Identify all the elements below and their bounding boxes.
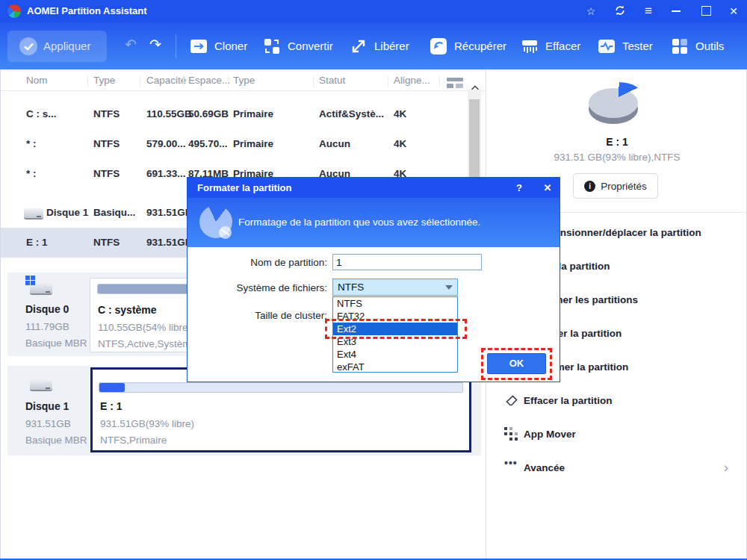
- cluster-size-label: Taille de cluster:: [215, 308, 327, 324]
- cell-type: NTFS: [93, 99, 120, 129]
- wipe-icon[interactable]: [521, 37, 539, 55]
- column-statut[interactable]: Statut: [319, 71, 345, 90]
- view-mode-icon[interactable]: [447, 76, 463, 96]
- column-type[interactable]: Type: [93, 71, 115, 90]
- convert-icon[interactable]: [263, 37, 281, 55]
- star-icon[interactable]: ☆: [585, 5, 597, 17]
- option-exfat[interactable]: exFAT: [333, 361, 457, 373]
- column-capacite[interactable]: Capacité: [146, 71, 186, 90]
- cell-capacite: 110.55GB: [146, 99, 192, 129]
- sidebar-partition-name: E : 1: [486, 136, 747, 148]
- column-espace[interactable]: Espace...: [188, 71, 230, 90]
- option-ext4[interactable]: Ext4: [333, 348, 457, 361]
- app-mover-icon: [504, 427, 518, 441]
- dialog-title: Formater la partition: [197, 178, 291, 198]
- partition-label: C : système: [98, 302, 157, 317]
- apply-label: Appliquer: [43, 31, 90, 62]
- disk-style: Basique MBR: [25, 336, 87, 351]
- cell-type: Basiqu...: [93, 198, 135, 228]
- cell-espace: 50.69GB: [188, 99, 229, 129]
- cell-aligne: 4K: [394, 129, 406, 159]
- sidebar-item-wipe[interactable]: Effacer la partition: [486, 384, 747, 417]
- annotation-ext2-highlight: [325, 319, 467, 339]
- dialog-close-icon[interactable]: ✕: [542, 178, 554, 198]
- info-icon: i: [584, 181, 595, 192]
- help-icon[interactable]: ?: [513, 178, 525, 198]
- cell-espace: 495.70...: [188, 129, 228, 159]
- free-up-button[interactable]: Libérer: [374, 37, 409, 55]
- cell-capacite: 579.00...: [146, 129, 186, 159]
- partition-capacity: 931.51GB(93% libre): [100, 417, 194, 432]
- properties-button[interactable]: i Propriétés: [573, 173, 658, 199]
- sync-icon[interactable]: [614, 4, 626, 16]
- ellipsis-icon: •••: [504, 456, 518, 470]
- capacity-bar: [99, 382, 463, 393]
- column-nom[interactable]: Nom: [26, 71, 48, 90]
- partition-attrs: NTFS,Primaire: [100, 433, 167, 448]
- redo-icon[interactable]: ↷: [146, 35, 165, 55]
- toolbar: Appliquer ↶ ↷ Cloner Convertir Libérer R…: [0, 22, 747, 69]
- file-system-value: NTFS: [338, 279, 364, 295]
- cell-type2: Primaire: [233, 129, 273, 159]
- dialog-hero: Formatage de la partition que vous avez …: [187, 198, 560, 247]
- undo-icon[interactable]: ↶: [121, 35, 140, 55]
- convert-button[interactable]: Convertir: [288, 37, 333, 55]
- recover-button[interactable]: Récupérer: [454, 37, 506, 55]
- cell-nom: C : s...: [26, 99, 57, 129]
- cell-statut: Aucun: [319, 129, 350, 159]
- wipe-button[interactable]: Effacer: [545, 37, 580, 55]
- file-system-select[interactable]: NTFS: [332, 279, 458, 296]
- partition-name-input[interactable]: [332, 254, 482, 270]
- window-border-left: [0, 69, 1, 560]
- column-type2[interactable]: Type: [233, 71, 255, 90]
- clone-icon[interactable]: [190, 37, 208, 55]
- windows-badge-icon: [25, 276, 35, 285]
- file-system-label: Système de fichiers:: [215, 280, 327, 296]
- option-ntfs[interactable]: NTFS: [333, 297, 457, 310]
- partition-label: E : 1: [100, 399, 123, 414]
- app-window: AOMEI Partition Assistant ☆ ≡ ✕ Applique…: [0, 0, 747, 560]
- table-row[interactable]: * : NTFS 579.00... 495.70... Primaire Au…: [0, 129, 468, 159]
- maximize-icon[interactable]: [701, 6, 711, 16]
- column-aligne[interactable]: Aligne...: [394, 71, 430, 90]
- disk-name: Disque 0: [25, 302, 69, 317]
- partition-name-label: Nom de partition:: [215, 255, 327, 271]
- app-title: AOMEI Partition Assistant: [27, 0, 147, 22]
- cell-type: NTFS: [93, 129, 120, 159]
- eraser-icon: [504, 393, 518, 408]
- sidebar-item-app-mover[interactable]: App Mover: [486, 417, 747, 451]
- cell-capacite: 691.33...: [146, 159, 186, 189]
- disk-icon: [24, 208, 43, 218]
- test-button[interactable]: Tester: [622, 37, 653, 55]
- partition-capacity: 110.55GB(54% libre): [98, 320, 191, 335]
- cell-aligne: 4K: [394, 99, 406, 129]
- apply-button[interactable]: Appliquer: [7, 31, 107, 62]
- cell-nom: E : 1: [26, 228, 48, 258]
- tools-icon[interactable]: [671, 37, 689, 55]
- disk-name: Disque 1: [25, 399, 69, 414]
- test-icon[interactable]: [598, 37, 616, 55]
- cell-capacite: 931.51GB: [146, 198, 193, 228]
- tools-button[interactable]: Outils: [695, 37, 724, 55]
- capacity-bar-fill: [99, 383, 125, 392]
- format-badge-icon: [219, 226, 232, 239]
- titlebar: AOMEI Partition Assistant ☆ ≡ ✕: [0, 0, 747, 22]
- cell-nom: * :: [26, 129, 37, 159]
- recover-icon[interactable]: [430, 37, 447, 55]
- sidebar-item-advanced[interactable]: ••• Avancée ›: [486, 451, 747, 485]
- clone-button[interactable]: Cloner: [214, 37, 247, 55]
- menu-icon[interactable]: ≡: [642, 5, 654, 17]
- sidebar-partition-info: 931.51 GB(93% libre),NTFS: [486, 152, 747, 163]
- annotation-ok-highlight: [481, 348, 552, 380]
- free-up-icon[interactable]: [350, 37, 368, 55]
- close-icon[interactable]: ✕: [728, 5, 740, 17]
- dialog-subtitle: Formatage de la partition que vous avez …: [238, 198, 480, 247]
- chevron-right-icon: ›: [724, 451, 728, 485]
- cell-statut: Actif&Systè...: [319, 99, 384, 129]
- toolbar-separator: [176, 34, 176, 57]
- minimize-icon[interactable]: [672, 10, 681, 12]
- disk-icon: [30, 379, 52, 390]
- disk-style: Basique MBR: [25, 433, 87, 448]
- cell-type2: Primaire: [233, 99, 273, 129]
- table-row[interactable]: C : s... NTFS 110.55GB 50.69GB Primaire …: [0, 99, 468, 129]
